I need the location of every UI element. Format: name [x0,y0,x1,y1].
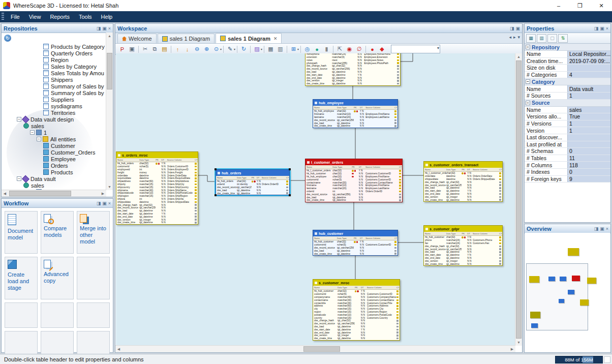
collapse-icon[interactable]: − [526,79,530,84]
copy-button[interactable]: ⧉ [150,45,159,53]
menu-file[interactable]: File [6,11,24,22]
tree-horizontal-scrollbar[interactable]: ◀ ▶ [2,190,106,197]
float-icon[interactable]: ◨ [97,25,101,32]
tree-item-summary-of-sales-by[interactable]: Summary of Sales by [2,83,113,89]
selection-handle[interactable] [289,194,291,196]
tree-item-region[interactable]: Region [2,56,113,63]
menu-tools[interactable]: Tools [74,11,97,22]
entity-l_customer_orders[interactable]: l_customer_ordersNameData TypePKDTSource… [305,159,403,202]
zoom-in-button[interactable]: ⊕ [202,45,211,53]
entity-hub_employee[interactable]: hub_employeeNameData TypePKDTSource Colu… [313,99,398,128]
tree-item-sales[interactable]: sales [2,182,113,189]
close-icon[interactable]: × [606,25,608,32]
zoom-out-button[interactable]: ⊖ [193,45,201,53]
tab-scroll-right-icon[interactable]: ▸ [513,35,516,40]
paste-button[interactable]: ▤ [160,45,169,53]
move-down-button[interactable]: ↓ [183,45,192,53]
entity-header[interactable]: s_customer_orders_transact [424,162,502,168]
relationship-line[interactable] [198,175,216,181]
zoom-level-dropdown[interactable]: ⊙ [212,45,221,53]
fit-to-window-button[interactable]: ⇱ [335,45,344,53]
property-value[interactable]: 11 [567,155,610,162]
close-button[interactable]: ✕ [591,0,612,11]
grid-toggle-button[interactable]: ▦ [266,45,275,53]
refresh-repositories-button[interactable]: ↻ [4,35,11,42]
tab-sales-1-diagram[interactable]: sales 1 Diagram✕ [216,33,282,43]
menu-reports[interactable]: Reports [45,11,74,22]
blank-view-button[interactable]: ▢ [547,34,557,43]
tree-item-orders[interactable]: Orders [2,162,113,169]
property-value[interactable]: 0 [567,148,610,155]
collapse-icon[interactable]: − [526,101,530,105]
pin-button[interactable]: ◆ [378,45,386,53]
entity-header[interactable]: s_customer_gdpr [424,226,502,232]
close-icon[interactable]: × [108,200,111,206]
close-tab-icon[interactable]: ✕ [273,36,278,41]
tree-item-suppliers[interactable]: Suppliers [2,96,113,103]
color-dropdown[interactable]: ▨ [253,45,261,53]
entity-s_customer_mroc[interactable]: s_customer_mrocNameData TypePKDTSource C… [313,279,400,341]
tree-item-customer[interactable]: Customer [2,142,113,149]
line-style-dropdown[interactable]: ✎ [226,45,234,53]
properties-section-repository[interactable]: −Repository [525,44,610,51]
grid-view-button[interactable]: ▦ [526,34,536,43]
property-value[interactable]: 1 [567,120,610,127]
tab-list-dropdown-icon[interactable]: ▾ [517,35,520,40]
table-detail-button[interactable]: ▥ [276,45,285,53]
workflow-card-load[interactable]: Create load and stage [5,257,38,299]
layout-dropdown-arrow[interactable]: ▾ [297,47,299,51]
tree-item-sysdiagrams[interactable]: sysdiagrams [2,103,113,109]
minimize-button[interactable]: – [548,0,569,11]
workflow-card-merge[interactable]: Merge into other model [77,211,110,254]
property-value[interactable]: Data vault [567,85,610,92]
menu-help[interactable]: Help [97,11,117,22]
expander-icon[interactable]: − [37,137,41,141]
tree-item-data-vault-design[interactable]: −Data vault design [2,116,113,123]
workflow-card-document[interactable]: Document model [5,211,38,254]
tree-item-summary-of-sales-by[interactable]: Summary of Sales by [2,89,113,96]
selection-handle[interactable] [215,194,217,196]
property-value[interactable]: sales [567,107,610,113]
property-value[interactable]: True [567,113,610,120]
line-style-dropdown-arrow[interactable]: ▾ [234,47,235,51]
entity-header[interactable]: l_customer_orders [305,159,402,165]
move-up-button[interactable]: ↑ [173,45,182,53]
zoom-level-dropdown-arrow[interactable]: ▾ [220,47,222,51]
lock-button[interactable]: ▮ [322,45,331,53]
entity-s_customer_gdpr[interactable]: s_customer_gdprNameData TypePKDTSource C… [423,225,503,266]
print-button[interactable]: ▣ [128,45,136,53]
list-view-button[interactable]: ▥ [537,34,546,43]
resize-grip[interactable] [604,356,610,363]
canvas-horizontal-scrollbar[interactable]: ◀ ▶ [115,345,515,352]
tree-item-shippers[interactable]: Shippers [2,76,113,83]
property-value[interactable]: 118 [567,162,610,168]
tab-sales-1-diagram[interactable]: sales 1 Diagram [158,34,215,43]
float-icon[interactable]: ◨ [510,25,514,32]
tree-item-territories[interactable]: Territories [2,109,113,116]
pin-icon[interactable]: ▣ [102,200,107,206]
close-icon[interactable]: × [108,25,111,32]
property-value[interactable] [567,65,610,71]
property-value[interactable]: 2019-07-09 09:... [567,58,610,65]
float-icon[interactable]: ◨ [594,226,599,232]
workflow-card-copy[interactable]: Advanced copy [41,257,74,299]
tree-item-employee[interactable]: Employee [2,156,113,162]
collapse-icon[interactable]: − [526,45,530,49]
diagram-search-combobox[interactable] [391,45,440,53]
tree-item-sales[interactable]: sales [2,123,113,129]
zoom-region-button[interactable]: ◉ [345,45,354,53]
menu-view[interactable]: View [24,11,46,22]
entity-s_employee_mroc[interactable]: s_employee_mrocNameData TypePKDTSource C… [305,53,401,86]
expander-icon[interactable]: − [17,176,21,181]
entity-header[interactable]: s_customer_mroc [313,280,400,286]
entity-header[interactable]: hub_orders [216,170,289,176]
pin-icon[interactable]: ▣ [600,25,604,32]
tree-item-1[interactable]: −1 [2,129,113,136]
tree-item-products-by-category[interactable]: Products by Category [2,43,113,50]
tab-scroll-left-icon[interactable]: ◂ [509,35,511,40]
clear-highlight-button[interactable]: ∅ [355,45,363,53]
memory-gauge[interactable]: 88M of 156M [555,356,603,363]
overview-viewport[interactable] [526,263,588,330]
diagram-canvas[interactable]: s_employee_mrocNameData TypePKDTSource C… [116,53,515,346]
property-value[interactable] [567,134,610,141]
